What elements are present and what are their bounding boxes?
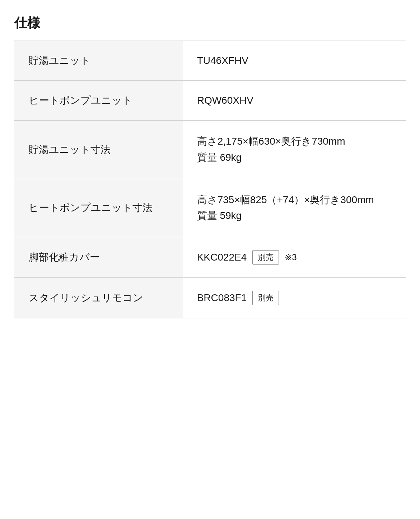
table-row: ヒートポンプユニット RQW60XHV	[14, 81, 406, 121]
spec-label-storage-unit-dimensions: 貯湯ユニット寸法	[14, 121, 183, 179]
spec-label-heat-pump-unit-dimensions: ヒートポンプユニット寸法	[14, 179, 183, 237]
spec-table: 貯湯ユニット TU46XFHV ヒートポンプユニット RQW60XHV 貯湯ユニ…	[14, 41, 406, 318]
spec-value-leg-cover: KKC022E4 別売 ※3	[183, 237, 406, 277]
spec-value-stylish-remote: BRC083F1 別売	[183, 278, 406, 318]
spec-label-storage-unit: 貯湯ユニット	[14, 41, 183, 80]
table-row: 貯湯ユニット TU46XFHV	[14, 41, 406, 81]
spec-label-leg-cover: 脚部化粧カバー	[14, 237, 183, 277]
spec-label-stylish-remote: スタイリッシュリモコン	[14, 278, 183, 318]
spec-label-heat-pump-unit: ヒートポンプユニット	[14, 81, 183, 120]
table-row: ヒートポンプユニット寸法 高さ735×幅825（+74）×奥行き300mm 質量…	[14, 179, 406, 238]
table-row: 脚部化粧カバー KKC022E4 別売 ※3	[14, 237, 406, 278]
spec-value-heat-pump-unit-dimensions: 高さ735×幅825（+74）×奥行き300mm 質量 59kg	[183, 179, 406, 237]
spec-value-storage-unit-dimensions: 高さ2,175×幅630×奥行き730mm 質量 69kg	[183, 121, 406, 179]
table-row: 貯湯ユニット寸法 高さ2,175×幅630×奥行き730mm 質量 69kg	[14, 121, 406, 179]
spec-value-storage-unit: TU46XFHV	[183, 41, 406, 80]
badge-betsuri-leg-cover: 別売	[252, 250, 279, 265]
badge-betsuri-stylish-remote: 別売	[252, 291, 279, 305]
spec-value-heat-pump-unit: RQW60XHV	[183, 81, 406, 120]
table-row: スタイリッシュリモコン BRC083F1 別売	[14, 278, 406, 318]
note-leg-cover: ※3	[285, 252, 297, 262]
page-title: 仕様	[14, 14, 406, 32]
